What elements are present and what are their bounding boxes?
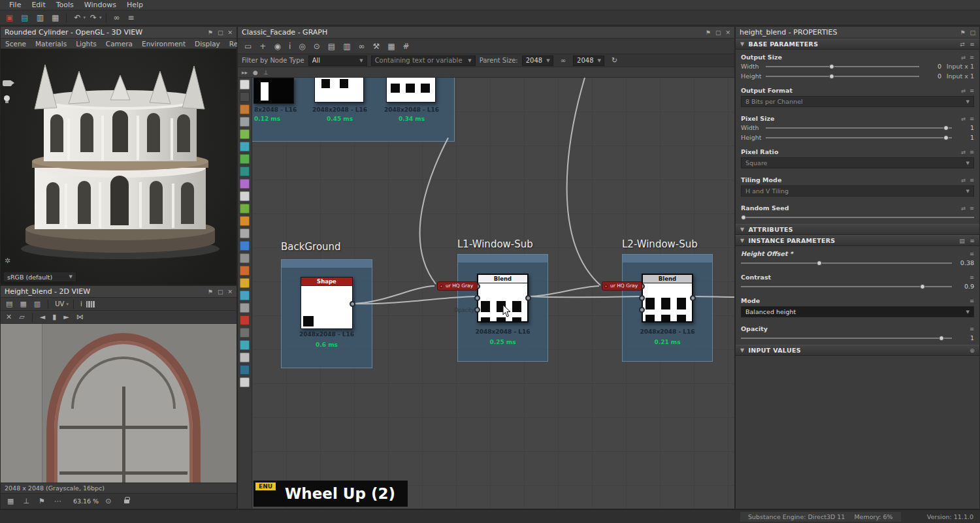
- node-library-icon[interactable]: [240, 377, 250, 387]
- slider-value[interactable]: 0: [923, 72, 941, 80]
- function-icon[interactable]: ⇄: [961, 205, 966, 212]
- save-image-icon[interactable]: ▦: [17, 300, 29, 308]
- redo-menu-icon[interactable]: ▾: [99, 15, 102, 20]
- node-library-icon[interactable]: [240, 291, 250, 300]
- slider-value[interactable]: 1: [956, 124, 974, 131]
- tiling-mode-dropdown[interactable]: H and V Tiling ▼: [741, 185, 974, 197]
- uv-mode-dropdown[interactable]: UV: [53, 300, 66, 308]
- node-library-icon[interactable]: [240, 142, 250, 151]
- lock-icon[interactable]: [124, 499, 129, 503]
- menu-icon[interactable]: ≡: [970, 298, 974, 304]
- pixel-ratio-dropdown[interactable]: Square ▼: [741, 157, 974, 168]
- node-library-icon[interactable]: [240, 278, 250, 288]
- float-icon[interactable]: □: [970, 29, 975, 36]
- focus-icon[interactable]: ⊙: [310, 42, 323, 51]
- menu-icon[interactable]: ≡: [970, 177, 974, 183]
- section-instance-parameters[interactable]: ▼ INSTANCE PARAMETERS ▤≡: [736, 235, 979, 246]
- panel-graph-titlebar[interactable]: Classic_Facade - GRAPH ⚑ □ ✕: [238, 27, 734, 39]
- light-icon[interactable]: [4, 95, 10, 101]
- node-blur-hq-gray[interactable]: ur HQ Gray: [437, 281, 478, 291]
- fit-view-icon[interactable]: ⊙: [103, 497, 114, 505]
- node-tile-2[interactable]: [314, 78, 364, 103]
- node-shape[interactable]: Shape: [301, 277, 353, 329]
- node-library-icon[interactable]: [240, 266, 250, 276]
- slider-value[interactable]: 1: [956, 134, 974, 141]
- add-icon[interactable]: ⊕: [970, 347, 975, 354]
- close-icon[interactable]: ✕: [227, 29, 233, 36]
- node-blend-l2[interactable]: Blend: [642, 274, 693, 323]
- menu-display[interactable]: Display: [190, 40, 225, 48]
- reset-size-icon[interactable]: ↻: [608, 56, 621, 65]
- float-icon[interactable]: □: [218, 289, 223, 295]
- menu-icon[interactable]: ≡: [970, 205, 974, 212]
- pixel-width-slider[interactable]: [766, 127, 952, 129]
- node-library-icon[interactable]: [240, 154, 250, 164]
- output-width-slider[interactable]: [766, 66, 919, 67]
- colorspace-dropdown[interactable]: sRGB (default) ▼: [3, 272, 76, 282]
- section-input-values[interactable]: ▼ INPUT VALUES ⊕: [736, 345, 979, 356]
- section-attributes[interactable]: ▼ ATTRIBUTES: [736, 224, 979, 235]
- info-icon[interactable]: i: [78, 300, 84, 308]
- node-library-icon[interactable]: [240, 365, 250, 375]
- output-port[interactable]: [350, 301, 355, 307]
- redo-icon[interactable]: ↷: [87, 12, 100, 23]
- node-library-icon[interactable]: [240, 80, 250, 89]
- mode-dropdown[interactable]: Balanced height ▼: [741, 306, 974, 317]
- chart-icon[interactable]: ▤: [325, 42, 338, 51]
- slider-value[interactable]: 0.9: [956, 283, 974, 290]
- slider-value[interactable]: 1: [956, 334, 974, 341]
- frame-label-l1[interactable]: L1-Window-Sub: [457, 238, 533, 250]
- clear-view-icon[interactable]: ✕: [3, 313, 14, 321]
- frame-icon[interactable]: #: [400, 42, 413, 51]
- viewport-2d[interactable]: [1, 324, 237, 483]
- flag-icon[interactable]: ⚑: [36, 497, 48, 505]
- float-icon[interactable]: □: [218, 29, 223, 36]
- align-icon[interactable]: ⊥: [263, 69, 269, 76]
- menu-environment[interactable]: Environment: [137, 40, 190, 48]
- panel-2d-titlebar[interactable]: Height_blend - 2D VIEW ⚑ □ ✕: [1, 286, 237, 298]
- input-port[interactable]: [474, 295, 480, 301]
- node-library-icon[interactable]: [240, 328, 250, 338]
- undo-menu-icon[interactable]: ▾: [83, 15, 86, 20]
- preset-icon[interactable]: ▤: [959, 238, 965, 244]
- node-library-icon[interactable]: [240, 340, 250, 350]
- screenshot-icon[interactable]: ◉: [270, 42, 284, 51]
- node-library-icon[interactable]: [240, 191, 250, 201]
- menu-materials[interactable]: Materials: [31, 40, 71, 48]
- film-icon[interactable]: ▦: [384, 42, 398, 51]
- input-port[interactable]: [639, 295, 645, 301]
- slider-value[interactable]: 0: [923, 63, 941, 70]
- play-nodes-icon[interactable]: ▸▸: [242, 69, 248, 76]
- menu-help[interactable]: Help: [122, 1, 148, 9]
- node-library-icon[interactable]: [240, 353, 250, 362]
- node-library-icon[interactable]: [240, 315, 250, 325]
- menu-windows[interactable]: Windows: [79, 1, 122, 9]
- function-icon[interactable]: ⇄: [960, 41, 965, 48]
- zoom-level[interactable]: 63.16 %: [73, 498, 99, 505]
- function-icon[interactable]: ⇄: [961, 87, 966, 94]
- function-icon[interactable]: ⇄: [961, 116, 966, 122]
- menu-scene[interactable]: Scene: [1, 40, 31, 48]
- pin-icon[interactable]: ⚑: [208, 29, 213, 36]
- contrast-slider[interactable]: [741, 286, 952, 287]
- node-library-icon[interactable]: [240, 117, 250, 127]
- frame-label-l2[interactable]: L2-Window-Sub: [622, 238, 698, 250]
- timeline-slider[interactable]: ▮: [50, 313, 59, 321]
- menu-icon[interactable]: ≡: [970, 116, 974, 122]
- frame-label-background[interactable]: BackGround: [281, 241, 341, 253]
- parent-width-dropdown[interactable]: 2048 ▼: [522, 55, 553, 66]
- node-library-icon[interactable]: [240, 129, 250, 139]
- zoom-icon[interactable]: ◎: [295, 42, 308, 51]
- random-seed-slider[interactable]: [741, 217, 974, 218]
- input-port[interactable]: [440, 285, 443, 288]
- pin-icon[interactable]: ⚑: [706, 29, 711, 36]
- node-gradient[interactable]: [253, 78, 294, 104]
- node-library-icon[interactable]: [240, 204, 250, 214]
- height-offset-slider[interactable]: [741, 262, 952, 264]
- menu-icon[interactable]: ≡: [970, 149, 974, 155]
- node-library-icon[interactable]: [240, 92, 250, 102]
- menu-camera[interactable]: Camera: [101, 40, 137, 48]
- grid-icon[interactable]: ▦: [5, 497, 16, 505]
- node-library-icon[interactable]: [240, 241, 250, 251]
- bowtie-icon[interactable]: ⋈: [74, 313, 86, 321]
